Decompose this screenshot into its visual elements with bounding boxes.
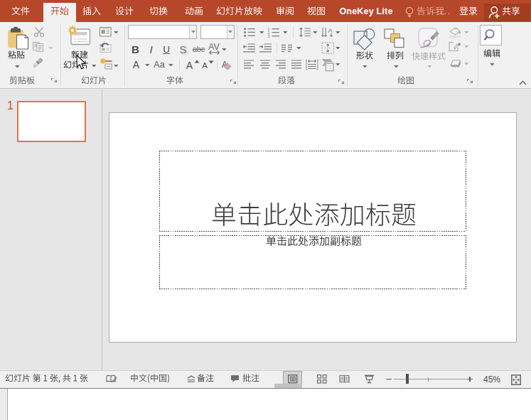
svg-text:A: A xyxy=(328,27,333,34)
svg-text:3: 3 xyxy=(268,34,270,38)
